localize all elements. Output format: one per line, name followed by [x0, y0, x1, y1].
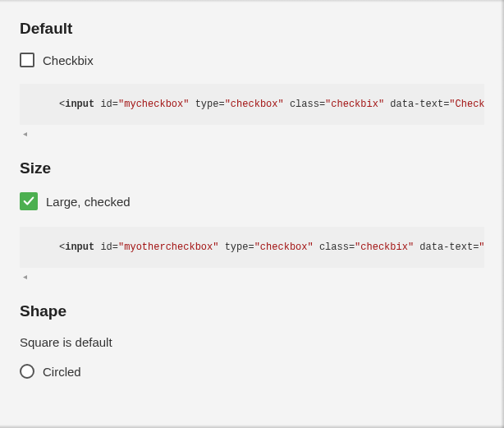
checkbox-large-checked[interactable]: Large, checked — [20, 192, 484, 210]
checkbox-box-icon — [20, 53, 34, 67]
scroll-left-icon[interactable]: ◂ — [20, 273, 484, 281]
code-attr-data: data-text= — [384, 99, 449, 110]
code-val-id: "mycheckbox" — [118, 99, 189, 110]
shadow-top — [0, 0, 504, 2]
checkbox-default[interactable]: Checkbix — [20, 53, 484, 67]
checkbox-label: Circled — [43, 365, 81, 379]
code-attr-type: type= — [189, 99, 224, 110]
heading-default: Default — [20, 20, 484, 38]
section-shape: Shape Square is default Circled — [20, 302, 484, 379]
checkbox-label: Checkbix — [43, 53, 94, 67]
checkbox-circle-icon — [20, 364, 34, 379]
heading-shape: Shape — [20, 302, 484, 320]
code-val-type: "checkbox" — [254, 242, 314, 253]
code-val-class: "checkbix" — [325, 99, 384, 110]
code-attr-id: id= — [94, 99, 118, 110]
checkbox-circled[interactable]: Circled — [20, 364, 484, 379]
shape-subtext: Square is default — [20, 335, 484, 349]
code-block-size: <input id="myothercheckbox" type="checkb… — [20, 227, 484, 268]
code-val-type: "checkbox" — [225, 99, 284, 110]
code-element: input — [65, 242, 94, 253]
checkbox-label: Large, checked — [46, 195, 131, 209]
code-attr-data: data-text= — [414, 242, 479, 253]
section-size: Size Large, checked <input id="myotherch… — [20, 159, 484, 281]
code-block-default: <input id="mycheckbox" type="checkbox" c… — [20, 84, 484, 125]
code-val-data: "Checkbix" — [479, 242, 484, 253]
scroll-left-icon[interactable]: ◂ — [20, 130, 484, 138]
checkbox-box-checked-icon — [20, 192, 38, 210]
heading-size: Size — [20, 159, 484, 177]
code-attr-class: class= — [284, 99, 325, 110]
code-attr-id: id= — [94, 242, 118, 253]
code-val-data: "Checkbix" — [449, 99, 484, 110]
code-val-class: "checkbix" — [355, 242, 414, 253]
shadow-bottom — [0, 425, 504, 428]
section-default: Default Checkbix <input id="mycheckbox" … — [20, 20, 484, 138]
code-attr-class: class= — [314, 242, 355, 253]
code-val-id: "myothercheckbox" — [118, 242, 218, 253]
code-attr-type: type= — [218, 242, 254, 253]
code-element: input — [65, 99, 94, 110]
shadow-right — [501, 0, 504, 428]
